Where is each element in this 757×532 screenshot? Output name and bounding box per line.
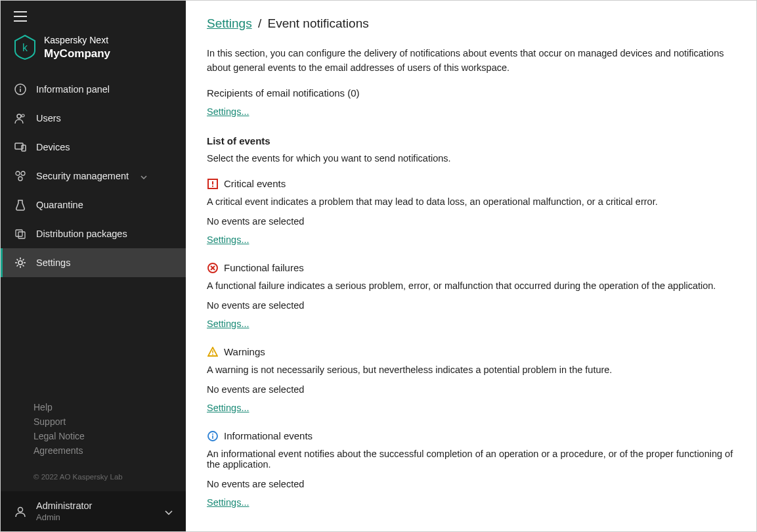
event-title: Critical events bbox=[224, 178, 286, 189]
functional-settings-link[interactable]: Settings... bbox=[207, 319, 249, 329]
admin-name: Admin bbox=[36, 512, 92, 522]
breadcrumb: Settings / Event notifications bbox=[207, 16, 735, 31]
svg-point-2 bbox=[20, 86, 21, 87]
svg-rect-17 bbox=[212, 185, 213, 187]
footer-support-link[interactable]: Support bbox=[33, 416, 167, 427]
copyright: © 2022 AO Kaspersky Lab bbox=[1, 468, 186, 491]
event-desc: A functional failure indicates a serious… bbox=[207, 280, 735, 291]
event-title: Functional failures bbox=[224, 262, 304, 273]
sidebar-item-users[interactable]: Users bbox=[1, 104, 186, 133]
svg-point-22 bbox=[212, 433, 213, 435]
footer-legal-link[interactable]: Legal Notice bbox=[33, 431, 167, 441]
svg-point-5 bbox=[22, 114, 24, 117]
svg-point-10 bbox=[18, 177, 22, 181]
intro-text: In this section, you can configure the d… bbox=[207, 47, 735, 76]
security-icon bbox=[14, 169, 27, 183]
packages-icon bbox=[14, 227, 27, 240]
hamburger-menu-button[interactable] bbox=[1, 1, 186, 27]
sidebar-item-devices[interactable]: Devices bbox=[1, 133, 186, 162]
svg-rect-12 bbox=[18, 232, 25, 238]
footer-help-link[interactable]: Help bbox=[33, 402, 167, 412]
sidebar-item-label: Users bbox=[36, 113, 61, 123]
breadcrumb-current: Event notifications bbox=[268, 16, 369, 30]
sidebar-item-label: Security management bbox=[36, 171, 129, 181]
svg-rect-16 bbox=[212, 181, 213, 185]
svg-text:k: k bbox=[22, 42, 28, 53]
svg-point-13 bbox=[18, 261, 22, 265]
sidebar-item-distribution-packages[interactable]: Distribution packages bbox=[1, 219, 186, 248]
event-group-warnings: Warnings A warning is not necessarily se… bbox=[207, 346, 735, 413]
critical-icon bbox=[207, 178, 219, 190]
list-of-events-title: List of events bbox=[207, 135, 735, 146]
breadcrumb-root-link[interactable]: Settings bbox=[207, 16, 252, 30]
event-group-functional: Functional failures A functional failure… bbox=[207, 262, 735, 329]
svg-point-4 bbox=[17, 114, 21, 118]
info-icon bbox=[14, 83, 27, 96]
gear-icon bbox=[14, 256, 27, 269]
info-event-icon bbox=[207, 430, 219, 442]
brand: k Kaspersky Next MyCompany bbox=[1, 27, 186, 75]
svg-point-14 bbox=[18, 507, 23, 512]
informational-settings-link[interactable]: Settings... bbox=[207, 497, 249, 508]
admin-bar[interactable]: Administrator Admin bbox=[1, 491, 186, 531]
svg-rect-3 bbox=[20, 89, 21, 92]
event-title: Informational events bbox=[224, 430, 313, 441]
sidebar-item-quarantine[interactable]: Quarantine bbox=[1, 190, 186, 219]
event-status: No events are selected bbox=[207, 216, 735, 227]
event-group-critical: Critical events A critical event indicat… bbox=[207, 178, 735, 245]
svg-rect-23 bbox=[212, 435, 213, 439]
footer-agreements-link[interactable]: Agreements bbox=[33, 445, 167, 456]
sidebar-item-label: Information panel bbox=[36, 84, 110, 95]
chevron-down-icon bbox=[165, 506, 173, 517]
nav: Information panel Users Devices Security… bbox=[1, 75, 186, 402]
svg-point-9 bbox=[21, 171, 25, 175]
failure-icon bbox=[207, 262, 219, 274]
svg-rect-7 bbox=[22, 145, 26, 151]
sidebar-item-label: Devices bbox=[36, 142, 70, 152]
admin-role: Administrator bbox=[36, 500, 92, 511]
main-content: Settings / Event notifications In this s… bbox=[186, 1, 756, 531]
sidebar-item-security-management[interactable]: Security management bbox=[1, 162, 186, 190]
chevron-down-icon bbox=[141, 171, 147, 181]
devices-icon bbox=[14, 141, 27, 154]
recipients-settings-link[interactable]: Settings... bbox=[207, 106, 249, 117]
event-group-informational: Informational events An informational ev… bbox=[207, 430, 735, 508]
kaspersky-logo-icon: k bbox=[14, 36, 36, 58]
svg-rect-20 bbox=[212, 353, 213, 355]
svg-point-8 bbox=[16, 171, 20, 175]
event-status: No events are selected bbox=[207, 479, 735, 489]
svg-rect-19 bbox=[212, 350, 213, 353]
event-desc: A critical event indicates a problem tha… bbox=[207, 196, 735, 207]
breadcrumb-sep: / bbox=[258, 16, 261, 30]
event-title: Warnings bbox=[224, 346, 265, 357]
user-icon bbox=[14, 505, 27, 518]
sidebar-item-information-panel[interactable]: Information panel bbox=[1, 75, 186, 104]
warning-icon bbox=[207, 346, 219, 358]
sidebar: k Kaspersky Next MyCompany Information p… bbox=[1, 1, 186, 531]
recipients-label: Recipients of email notifications (0) bbox=[207, 87, 735, 99]
svg-rect-11 bbox=[16, 230, 22, 236]
sidebar-item-label: Settings bbox=[36, 257, 70, 268]
warnings-settings-link[interactable]: Settings... bbox=[207, 403, 249, 413]
list-of-events-sub: Select the events for which you want to … bbox=[207, 153, 735, 164]
brand-line1: Kaspersky Next bbox=[44, 35, 110, 47]
sidebar-item-label: Quarantine bbox=[36, 200, 83, 210]
event-status: No events are selected bbox=[207, 300, 735, 311]
sidebar-item-settings[interactable]: Settings bbox=[1, 248, 186, 277]
event-status: No events are selected bbox=[207, 384, 735, 395]
critical-settings-link[interactable]: Settings... bbox=[207, 234, 249, 245]
footer-links: Help Support Legal Notice Agreements bbox=[1, 402, 186, 468]
event-desc: An informational event notifies about th… bbox=[207, 449, 735, 470]
users-icon bbox=[14, 112, 27, 125]
quarantine-icon bbox=[14, 198, 27, 211]
sidebar-item-label: Distribution packages bbox=[36, 229, 127, 239]
brand-line2: MyCompany bbox=[44, 47, 110, 60]
event-desc: A warning is not necessarily serious, bu… bbox=[207, 365, 735, 375]
